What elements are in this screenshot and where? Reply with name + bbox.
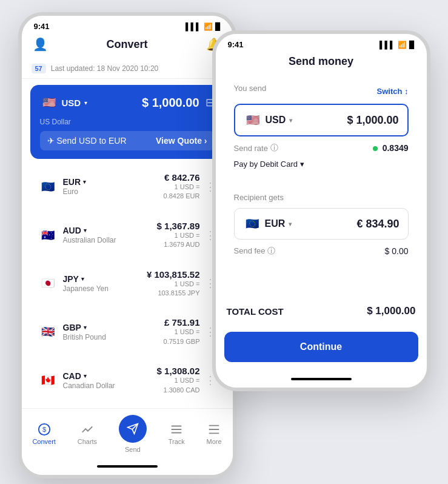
recipient-section: Recipient gets 🇪🇺 EUR ▾ € 834.90 Send fe… — [224, 184, 418, 266]
gbp-amount: £ 751.91 — [164, 317, 200, 328]
list-item[interactable]: 🇯🇵 JPY ▾ Japanese Yen ¥ 1 — [30, 262, 224, 306]
currency-left-eur: 🇪🇺 EUR ▾ Euro — [39, 177, 87, 196]
aud-code: AUD ▾ — [63, 226, 116, 235]
send-rate-row: Send rate ⓘ 0.8349 — [234, 136, 409, 156]
send-amount-value: $ 1,000.00 — [347, 114, 398, 127]
more-icon — [207, 423, 221, 436]
recipient-currency-arrow: ▾ — [289, 221, 292, 227]
currency-info-jpy: JPY ▾ Japanese Yen — [63, 274, 109, 293]
currency-info-cad: CAD ▾ Canadian Dollar — [63, 371, 115, 390]
currency-right-aud: $ 1,367.89 1 USD = 1.3679 AUD ⋮ — [157, 221, 216, 250]
gbp-flag: 🇬🇧 — [39, 323, 57, 341]
source-currency-name: US Dollar — [40, 118, 215, 126]
send-currency-arrow: ▾ — [289, 117, 292, 124]
currency-list: 🇪🇺 EUR ▾ Euro € 842.76 — [22, 165, 233, 402]
send-plane-icon: ✈ — [47, 136, 57, 146]
recipient-label: Recipient gets — [234, 193, 409, 202]
send-label: ✈ Send USD to EUR — [47, 136, 127, 146]
aud-flag: 🇦🇺 — [39, 226, 57, 244]
recipient-currency-code: EUR — [265, 218, 286, 229]
you-send-section: You send Switch ↕ 🇺🇸 USD ▾ $ 1,000.00 — [224, 75, 418, 178]
eur-flag: 🇪🇺 — [39, 178, 57, 196]
nav-item-track[interactable]: Track — [169, 423, 185, 445]
jpy-rate: 1 USD = 103.8155 JPY — [147, 280, 200, 298]
source-currency-selector[interactable]: 🇺🇸 USD ▾ — [40, 93, 88, 112]
currency-left-gbp: 🇬🇧 GBP ▾ British Pound — [39, 323, 106, 341]
status-icons: ▌▌▌ 📶 ▉ — [186, 22, 221, 31]
nav-convert-label: Convert — [32, 438, 56, 445]
list-item[interactable]: 🇪🇺 EUR ▾ Euro € 842.76 — [30, 165, 224, 209]
nav-item-more[interactable]: More — [207, 423, 222, 445]
aud-rate: 1 USD = 1.3679 AUD — [157, 231, 200, 250]
send-quote-row[interactable]: ✈ Send USD to EUR View Quote › — [40, 131, 215, 150]
send-plane-icon — [127, 423, 139, 435]
app-header: 👤 Convert 🔔 — [22, 35, 233, 59]
aud-name: Australian Dollar — [63, 236, 116, 244]
currency-left-aud: 🇦🇺 AUD ▾ Australian Dollar — [39, 226, 116, 244]
currency-info-aud: AUD ▾ Australian Dollar — [63, 226, 116, 244]
svg-text:$: $ — [42, 426, 46, 433]
gbp-code: GBP ▾ — [63, 323, 106, 332]
currency-left-cad: 🇨🇦 CAD ▾ Canadian Dollar — [39, 371, 115, 390]
wifi-icon-2: 📶 — [398, 41, 407, 49]
send-rate-value: 0.8349 — [373, 143, 409, 153]
battery-icon: ▉ — [215, 22, 221, 31]
eur-rate: 1 USD = 0.8428 EUR — [164, 183, 200, 201]
page-title: Convert — [106, 38, 147, 51]
signal-icon: ▌▌▌ — [186, 22, 201, 31]
source-currency-card[interactable]: 🇺🇸 USD ▾ $ 1,000.00 ⊟ US Dollar ✈ — [30, 85, 224, 159]
pay-method-row[interactable]: Pay by Debit Card ▾ — [234, 156, 409, 170]
track-icon — [170, 423, 183, 436]
list-item[interactable]: 🇬🇧 GBP ▾ British Pound £ — [30, 310, 224, 354]
recipient-currency-row[interactable]: 🇪🇺 EUR ▾ € 834.90 — [234, 208, 409, 240]
aud-arrow: ▾ — [84, 227, 87, 234]
phone-send-money: 9:41 ▌▌▌ 📶 ▉ Send money You send — [212, 30, 430, 391]
battery-icon-2: ▉ — [409, 41, 415, 49]
send-currency-selector-row[interactable]: 🇺🇸 USD ▾ $ 1,000.00 — [234, 104, 409, 136]
continue-button[interactable]: Continue — [224, 332, 418, 362]
nav-item-charts[interactable]: Charts — [78, 423, 97, 445]
send-fee-value: $ 0.00 — [385, 246, 409, 256]
nav-item-send[interactable]: Send — [119, 415, 147, 453]
send-fee-row: Send fee ⓘ $ 0.00 — [234, 240, 409, 258]
status-icons-2: ▌▌▌ 📶 ▉ — [379, 41, 415, 49]
send-money-title: Send money — [289, 55, 353, 68]
home-indicator-2 — [216, 371, 427, 388]
cad-flag: 🇨🇦 — [39, 371, 57, 389]
recipient-currency-selector[interactable]: 🇪🇺 EUR ▾ — [243, 215, 292, 233]
you-send-label: You send — [234, 84, 267, 93]
currency-right-cad: $ 1,308.02 1 USD = 1.3080 CAD ⋮ — [157, 366, 216, 395]
gbp-rate: 1 USD = 0.7519 GBP — [164, 328, 200, 346]
signal-icon-2: ▌▌▌ — [379, 41, 395, 49]
jpy-name: Japanese Yen — [63, 284, 109, 293]
eur-code: EUR ▾ — [63, 177, 87, 187]
spacer — [216, 272, 427, 297]
status-bar-2: 9:41 ▌▌▌ 📶 ▉ — [216, 34, 427, 53]
list-item[interactable]: 🇨🇦 CAD ▾ Canadian Dollar — [30, 358, 224, 402]
cad-arrow: ▾ — [84, 373, 87, 379]
status-bar: 9:41 ▌▌▌ 📶 ▉ — [22, 16, 233, 35]
send-money-header: Send money — [216, 53, 427, 75]
home-bar — [97, 465, 158, 468]
profile-icon[interactable]: 👤 — [33, 37, 48, 52]
send-currency-code: USD — [266, 115, 286, 126]
send-rate-label: Send rate ⓘ — [234, 143, 278, 153]
nav-track-label: Track — [169, 438, 185, 445]
jpy-amount: ¥ 103,815.52 — [147, 269, 200, 280]
view-quote-btn[interactable]: View Quote › — [156, 136, 207, 146]
list-item[interactable]: 🇦🇺 AUD ▾ Australian Dollar — [30, 213, 224, 257]
currency-right-jpy: ¥ 103,815.52 1 USD = 103.8155 JPY ⋮ — [147, 269, 216, 298]
total-cost-amount: $ 1,000.00 — [367, 305, 415, 317]
total-cost-label: TOTAL COST — [227, 306, 284, 317]
send-center-button[interactable] — [119, 415, 147, 443]
bottom-nav: $ Convert Charts — [22, 408, 233, 458]
jpy-code: JPY ▾ — [63, 274, 109, 284]
total-cost-bar: TOTAL COST $ 1,000.00 — [216, 297, 427, 326]
recipient-amount: € 834.90 — [356, 218, 399, 230]
nav-more-label: More — [207, 438, 222, 445]
rate-status-dot — [373, 146, 378, 151]
send-currency-selector[interactable]: 🇺🇸 USD ▾ — [244, 111, 293, 129]
pay-method-label: Pay by Debit Card — [234, 160, 298, 169]
switch-button[interactable]: Switch ↕ — [376, 87, 408, 96]
nav-item-convert[interactable]: $ Convert — [32, 423, 56, 445]
